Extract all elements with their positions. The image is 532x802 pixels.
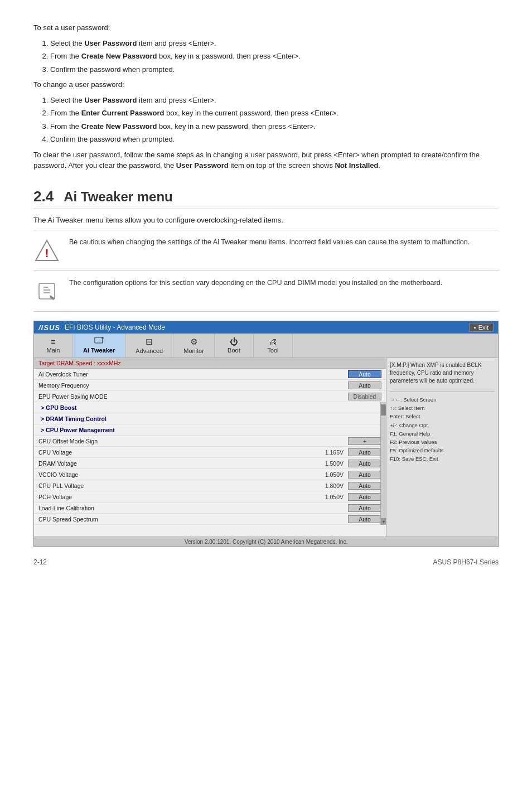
bios-nav: ≡ Main Ai Tweaker ⊟ Advanced ⚙ Monitor	[34, 334, 498, 358]
key-f1: F1: General Help	[390, 429, 495, 438]
exit-icon: ▪	[474, 324, 476, 331]
bios-header-title: EFI BIOS Utility - Advanced Mode	[65, 323, 165, 331]
nav-main[interactable]: ≡ Main	[34, 334, 73, 357]
warning-icon: !	[33, 237, 60, 264]
bios-row-value-ai-overclock: Auto	[348, 370, 381, 378]
bios-exit-label: Exit	[478, 324, 489, 331]
set-step-2-bold: Create New Password	[81, 52, 157, 60]
bios-row-label-vccio-voltage: VCCIO Voltage	[38, 471, 325, 478]
bios-row-label-load-line: Load-Line Calibration	[38, 505, 348, 511]
change-step-1-bold: User Password	[84, 96, 137, 104]
key-change-opt: +/-: Change Opt.	[390, 421, 495, 429]
bios-row-gpu-boost[interactable]: > GPU Boost	[34, 402, 386, 413]
change-step-2-bold: Enter Current Password	[81, 109, 165, 117]
svg-text:!: !	[45, 247, 49, 259]
bios-row-label-cpu-spread: CPU Spread Spectrum	[38, 516, 348, 523]
bios-row-label-dram-voltage: DRAM Voltage	[38, 460, 325, 467]
bios-row-value-dram-voltage: Auto	[348, 460, 381, 467]
nav-monitor[interactable]: ⚙ Monitor	[173, 334, 215, 357]
bios-row-cpu-spread[interactable]: CPU Spread Spectrum Auto	[34, 514, 386, 525]
bios-row-label-dram-timing: > DRAM Timing Control	[38, 416, 348, 422]
bios-row-cpu-offset-sign[interactable]: CPU Offset Mode Sign +	[34, 436, 386, 447]
bios-row-label-cpu-pll-voltage: CPU PLL Voltage	[38, 482, 325, 489]
bios-sidebar-keys: →←: Select Screen ↑↓: Select Item Enter:…	[390, 392, 495, 463]
bios-row-memory-freq[interactable]: Memory Frequency Auto	[34, 380, 386, 391]
bios-row-dram-timing[interactable]: > DRAM Timing Control	[34, 413, 386, 424]
bios-row-label-ai-overclock: Ai Overclock Tuner	[38, 371, 348, 378]
notice-info: The configuration options for this secti…	[33, 271, 499, 312]
advanced-icon: ⊟	[136, 337, 163, 347]
bios-row-center-vccio-voltage: 1.050V	[325, 471, 344, 478]
bios-row-value-pch-voltage: Auto	[348, 493, 381, 501]
bios-row-vccio-voltage[interactable]: VCCIO Voltage 1.050V Auto	[34, 469, 386, 480]
set-steps-list: Select the User Password item and press …	[33, 38, 499, 75]
bios-target-row: Target DRAM Speed : xxxxMHz	[34, 358, 386, 369]
nav-monitor-label: Monitor	[183, 347, 204, 354]
bios-row-label-epu: EPU Power Saving MODE	[38, 393, 348, 400]
bios-scroll-container: Ai Overclock Tuner Auto Memory Frequency…	[34, 369, 386, 525]
bios-row-center-cpu-voltage: 1.165V	[325, 449, 344, 456]
section-number: 2.4	[33, 188, 54, 205]
ai-tweaker-icon	[83, 337, 115, 346]
nav-boot-label: Boot	[228, 347, 240, 354]
bios-row-value-load-line: Auto	[348, 504, 381, 512]
monitor-icon: ⚙	[183, 337, 204, 347]
bios-row-cpu-pll-voltage[interactable]: CPU PLL Voltage 1.800V Auto	[34, 480, 386, 491]
svg-point-9	[101, 337, 104, 339]
change-step-3-bold: Create New Password	[81, 122, 157, 131]
bios-row-epu[interactable]: EPU Power Saving MODE Disabled	[34, 391, 386, 402]
clear-note-bold2: Not Installed	[335, 161, 379, 170]
bios-row-center-pch-voltage: 1.050V	[325, 494, 344, 500]
bios-row-dram-voltage[interactable]: DRAM Voltage 1.500V Auto	[34, 458, 386, 469]
section-subtitle: The Ai Tweaker menu items allow you to c…	[33, 215, 499, 226]
bios-header: /ISUS EFI BIOS Utility - Advanced Mode ▪…	[34, 321, 498, 334]
set-password-heading: To set a user password:	[33, 22, 499, 33]
set-step-3: Confirm the password when prompted.	[50, 64, 499, 75]
bios-sidebar: [X.M.P.] When XMP is enabled BCLK freque…	[386, 358, 498, 537]
bios-row-cpu-voltage[interactable]: CPU Voltage 1.165V Auto	[34, 447, 386, 458]
bios-row-cpu-power-mgmt[interactable]: > CPU Power Management	[34, 424, 386, 436]
bios-row-value-cpu-offset-sign: +	[348, 437, 381, 445]
bios-row-pch-voltage[interactable]: PCH Voltage 1.050V Auto	[34, 491, 386, 503]
svg-rect-8	[95, 337, 103, 343]
bios-logo: /ISUS	[38, 323, 60, 332]
page-number: 2-12	[33, 558, 47, 566]
bios-row-ai-overclock[interactable]: Ai Overclock Tuner Auto	[34, 369, 386, 380]
bios-row-value-cpu-voltage: Auto	[348, 448, 381, 456]
nav-advanced-label: Advanced	[136, 347, 163, 354]
bios-row-value-vccio-voltage: Auto	[348, 471, 381, 479]
nav-tool-label: Tool	[267, 347, 278, 354]
key-f10-esc: F10: Save ESC: Exit	[390, 455, 495, 463]
change-step-4: Confirm the password when prompted.	[50, 134, 499, 145]
bios-exit-button[interactable]: ▪ Exit	[469, 323, 494, 332]
tool-icon: 🖨	[264, 337, 282, 346]
bios-row-label-gpu-boost: > GPU Boost	[38, 404, 348, 411]
nav-boot[interactable]: ⏻ Boot	[215, 334, 254, 357]
key-select-screen: →←: Select Screen	[390, 395, 495, 404]
bios-sidebar-info: [X.M.P.] When XMP is enabled BCLK freque…	[390, 361, 495, 385]
bios-screenshot: /ISUS EFI BIOS Utility - Advanced Mode ▪…	[33, 321, 499, 547]
nav-main-label: Main	[47, 347, 60, 354]
page-footer: 2-12 ASUS P8H67-I Series	[33, 558, 499, 566]
bios-row-value-cpu-pll-voltage: Auto	[348, 482, 381, 490]
nav-tool[interactable]: 🖨 Tool	[254, 334, 293, 357]
notice-warning: ! Be cautious when changing the settings…	[33, 230, 499, 271]
key-f5: F5: Optimized Defaults	[390, 446, 495, 455]
bios-main-panel: Target DRAM Speed : xxxxMHz Ai Overclock…	[34, 358, 386, 537]
change-password-heading: To change a user password:	[33, 79, 499, 90]
bios-row-load-line[interactable]: Load-Line Calibration Auto	[34, 503, 386, 514]
page-content: To set a user password: Select the User …	[33, 22, 499, 566]
bios-row-label-memory-freq: Memory Frequency	[38, 382, 348, 389]
change-step-3: From the Create New Password box, key in…	[50, 121, 499, 132]
set-step-2: From the Create New Password box, key in…	[50, 51, 499, 62]
bios-row-label-pch-voltage: PCH Voltage	[38, 494, 325, 500]
section-title: Ai Tweaker menu	[64, 189, 173, 205]
nav-ai-tweaker[interactable]: Ai Tweaker	[73, 334, 125, 357]
change-step-1: Select the User Password item and press …	[50, 95, 499, 106]
nav-advanced[interactable]: ⊟ Advanced	[125, 334, 173, 357]
bios-row-label-cpu-voltage: CPU Voltage	[38, 449, 325, 456]
bios-row-center-cpu-pll-voltage: 1.800V	[325, 482, 344, 489]
key-select-item: ↑↓: Select Item	[390, 404, 495, 412]
notice-info-text: The configuration options for this secti…	[69, 278, 442, 288]
set-step-1: Select the User Password item and press …	[50, 38, 499, 49]
